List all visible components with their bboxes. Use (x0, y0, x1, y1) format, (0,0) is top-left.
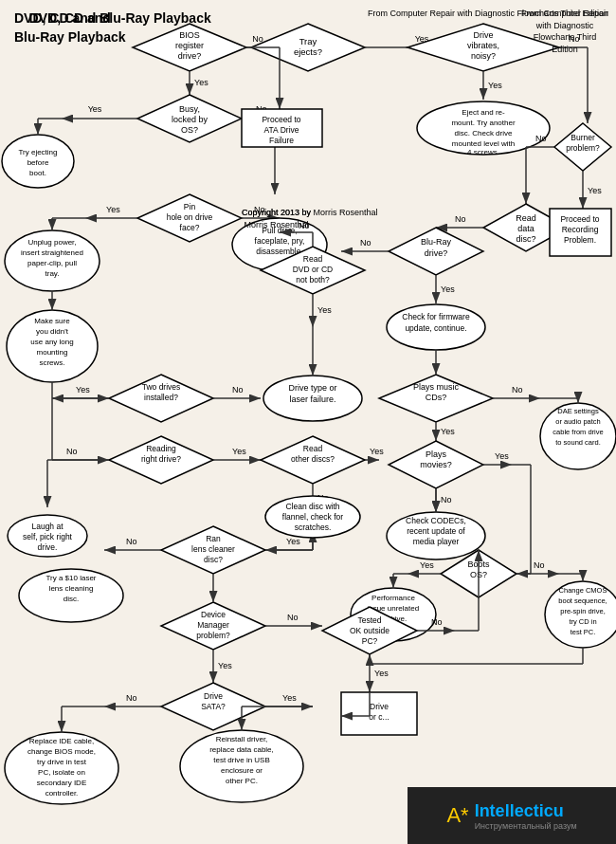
svg-text:secondary IDE: secondary IDE (37, 779, 86, 787)
svg-text:OS?: OS? (181, 125, 198, 135)
svg-text:boot sequence,: boot sequence, (558, 596, 607, 605)
svg-text:Reading: Reading (146, 444, 176, 453)
svg-text:or c...: or c... (369, 712, 389, 722)
svg-text:No: No (534, 560, 545, 570)
svg-text:Read: Read (303, 254, 323, 264)
svg-text:laser failure.: laser failure. (289, 394, 335, 404)
svg-text:Eject and re-: Eject and re- (462, 108, 505, 117)
svg-text:Replace IDE cable,: Replace IDE cable, (29, 737, 94, 745)
svg-text:scratches.: scratches. (295, 523, 332, 532)
svg-text:Proceed to: Proceed to (262, 115, 300, 124)
svg-text:Device: Device (201, 610, 226, 619)
svg-text:controller.: controller. (45, 789, 79, 798)
svg-text:hole on drive: hole on drive (167, 212, 213, 222)
svg-text:disc.: disc. (63, 595, 79, 603)
svg-text:before: before (27, 158, 49, 167)
svg-text:Blu-Ray: Blu-Ray (421, 237, 452, 247)
svg-text:data: data (517, 224, 534, 233)
svg-text:PC, isolate on: PC, isolate on (38, 768, 85, 777)
svg-text:Yes: Yes (441, 284, 455, 294)
svg-text:disc?: disc? (516, 234, 535, 244)
svg-text:Failure: Failure (269, 136, 294, 145)
svg-text:No: No (287, 613, 299, 622)
svg-text:No: No (252, 34, 263, 44)
svg-text:Drive: Drive (370, 702, 389, 711)
svg-text:installed?: installed? (144, 393, 178, 402)
svg-text:mounted level with: mounted level with (452, 139, 515, 148)
svg-text:disc. Check drive: disc. Check drive (455, 129, 513, 138)
svg-text:Check CODECs,: Check CODECs, (406, 516, 466, 525)
svg-text:mounting: mounting (37, 348, 68, 357)
svg-text:Yes: Yes (286, 537, 300, 546)
svg-text:mount. Try another: mount. Try another (451, 119, 515, 127)
svg-text:screws.: screws. (39, 358, 64, 367)
svg-text:PC?: PC? (362, 636, 378, 646)
svg-text:No: No (441, 495, 452, 505)
svg-text:OK outside: OK outside (350, 626, 390, 635)
svg-text:noisy?: noisy? (471, 51, 496, 61)
svg-text:Ran: Ran (206, 534, 221, 543)
svg-text:CDs?: CDs? (426, 393, 447, 402)
svg-text:movies?: movies? (420, 460, 452, 469)
svg-text:Problem.: Problem. (564, 235, 596, 245)
svg-text:Yes: Yes (370, 447, 384, 456)
svg-text:Yes: Yes (374, 669, 389, 678)
svg-text:Check for firmware: Check for firmware (402, 312, 470, 321)
copyright-text: Copyright 2013 byMorris Rosenthal (242, 207, 311, 230)
svg-text:cable from drive: cable from drive (553, 428, 603, 436)
svg-text:drive.: drive. (38, 542, 58, 552)
svg-text:insert straightened: insert straightened (21, 248, 83, 257)
svg-text:Busy,: Busy, (179, 104, 200, 114)
svg-text:drive?: drive? (425, 248, 448, 258)
svg-text:test drive in USB: test drive in USB (213, 756, 270, 764)
svg-text:No: No (455, 214, 466, 224)
source-text: From Computer Repairwith DiagnosticFlowc… (521, 8, 608, 55)
svg-text:BIOS: BIOS (179, 30, 200, 40)
svg-text:Yes: Yes (88, 104, 102, 114)
svg-text:ejects?: ejects? (294, 46, 322, 57)
svg-text:ATA Drive: ATA Drive (264, 125, 299, 135)
svg-text:Try a $10 laser: Try a $10 laser (45, 574, 96, 582)
svg-text:boot.: boot. (29, 169, 46, 177)
flowchart-svg: Tray ejects? No Yes BIOS register drive?… (0, 0, 616, 844)
svg-text:No: No (66, 447, 78, 456)
svg-text:Yes: Yes (441, 427, 455, 436)
svg-text:test PC.: test PC. (571, 628, 596, 636)
svg-text:SATA?: SATA? (201, 702, 226, 711)
svg-text:pre-spin drive,: pre-spin drive, (560, 607, 606, 615)
svg-text:right drive?: right drive? (141, 454, 181, 464)
svg-text:Make sure: Make sure (34, 317, 70, 325)
svg-text:Plays: Plays (426, 450, 447, 459)
svg-text:Burner: Burner (571, 133, 595, 142)
svg-text:Read: Read (516, 213, 536, 223)
svg-text:Two drives: Two drives (142, 382, 181, 392)
svg-text:Drive: Drive (204, 691, 223, 701)
svg-text:Recording: Recording (562, 225, 599, 234)
svg-text:register: register (175, 41, 204, 50)
svg-text:Yes: Yes (282, 693, 297, 703)
watermark-brand: Intellecticu (475, 801, 564, 820)
svg-text:try CD in: try CD in (569, 617, 596, 626)
svg-text:DVD or CD: DVD or CD (293, 265, 334, 274)
svg-text:Yes: Yes (194, 78, 208, 87)
svg-text:enclosure or: enclosure or (221, 766, 263, 775)
svg-text:Yes: Yes (76, 385, 90, 394)
svg-text:Yes: Yes (588, 186, 602, 195)
svg-text:DAE settings: DAE settings (557, 407, 599, 415)
svg-text:Clean disc with: Clean disc with (285, 502, 339, 511)
svg-text:Yes: Yes (495, 451, 509, 461)
svg-text:Yes: Yes (488, 81, 502, 90)
svg-text:Manager: Manager (197, 620, 229, 630)
svg-text:Yes: Yes (420, 560, 434, 570)
svg-text:disc?: disc? (204, 555, 223, 564)
svg-text:paper-clip, pull: paper-clip, pull (27, 259, 77, 267)
svg-text:Change CMOS: Change CMOS (559, 586, 607, 595)
svg-text:No: No (126, 693, 137, 703)
svg-text:Tested: Tested (357, 615, 381, 625)
svg-text:update, continue.: update, continue. (405, 323, 466, 333)
svg-text:Drive type or: Drive type or (288, 383, 336, 393)
svg-text:other PC.: other PC. (226, 777, 258, 785)
svg-text:Performance: Performance (371, 594, 415, 602)
svg-text:No: No (535, 134, 547, 143)
svg-text:problem?: problem? (196, 631, 230, 640)
